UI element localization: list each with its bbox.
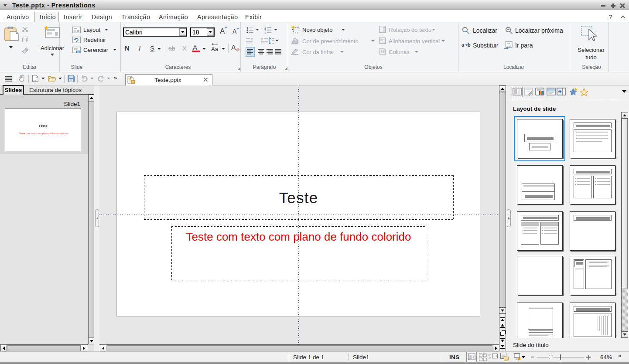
svg-text:a: a	[461, 42, 465, 48]
svg-text:b: b	[468, 42, 471, 48]
svg-text:3: 3	[264, 31, 266, 34]
svg-text:Aa: Aa	[211, 46, 219, 52]
svg-text:S: S	[132, 81, 134, 84]
